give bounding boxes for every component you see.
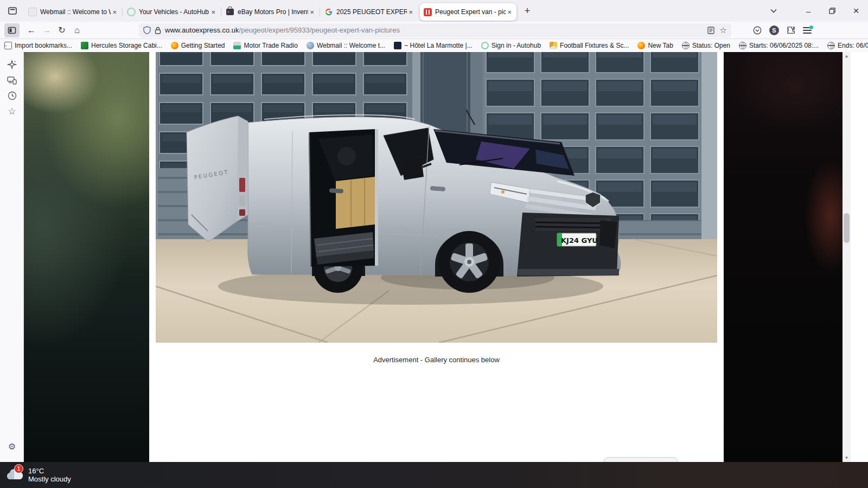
bookmark-item[interactable]: Webmail :: Welcome t...	[307, 42, 385, 49]
tab-close-icon[interactable]: ×	[506, 8, 513, 16]
page-background-right-image	[724, 52, 843, 462]
page-scrollbar[interactable]: ▲ ▼	[843, 52, 851, 462]
site-icon	[481, 42, 489, 49]
weather-widget[interactable]: 1 16°C Mostly cloudy	[5, 467, 108, 483]
bookmark-item[interactable]: Football Fixtures & Sc...	[550, 42, 629, 49]
tab-list-chevron-icon[interactable]	[762, 0, 786, 22]
firefox-icon	[171, 42, 178, 49]
bookmark-item[interactable]: Status: Open	[682, 42, 730, 49]
navigation-toolbar: ← → ↻ ⌂ www.autoexpress.co.uk/peugeot/ex…	[0, 22, 868, 39]
bookmark-item[interactable]: Hercules Storage Cabi...	[81, 42, 162, 49]
site-icon	[81, 42, 88, 49]
globe-icon	[682, 42, 690, 49]
van-gallery-photo[interactable]: KJ24 GYU PEUGEOT	[156, 52, 717, 343]
webmail-favicon	[28, 8, 37, 16]
import-icon	[4, 42, 12, 49]
bookmark-star-icon[interactable]: ☆	[720, 25, 727, 35]
tab-close-icon[interactable]: ×	[407, 8, 414, 16]
weather-badge: 1	[14, 464, 23, 473]
tab-label: Your Vehicles - AutoHub	[139, 8, 209, 16]
app-menu-icon[interactable]	[803, 27, 812, 34]
history-clock-icon[interactable]	[4, 87, 20, 104]
tab-autohub[interactable]: Your Vehicles - AutoHub ×	[124, 3, 220, 21]
tab-webmail[interactable]: Webmail :: Welcome to Webma ×	[25, 3, 122, 21]
pocket-icon[interactable]	[753, 26, 762, 35]
google-favicon	[324, 8, 333, 16]
autohub-favicon	[127, 8, 136, 16]
lock-icon[interactable]	[155, 27, 161, 34]
firefox-icon	[637, 42, 645, 49]
weather-cloud-icon: 1	[5, 468, 24, 481]
tab-autoexpress-active[interactable]: Peugeot Expert van - pictures | ×	[420, 3, 516, 21]
bookmark-item[interactable]: Starts: 06/06/2025 08:...	[739, 42, 819, 49]
tab-strip: Webmail :: Welcome to Webma × Your Vehic…	[0, 0, 868, 22]
scroll-down-arrow[interactable]: ▼	[843, 454, 851, 462]
bookmarks-star-icon[interactable]: ☆	[4, 103, 20, 119]
bookmark-item[interactable]: Import bookmarks...	[4, 42, 72, 49]
scroll-up-arrow[interactable]: ▲	[843, 52, 851, 60]
home-button[interactable]: ⌂	[69, 23, 85, 37]
globe-icon	[739, 42, 746, 49]
tab-label: 2025 PEUGEOT EXPERT DIESEL -	[336, 8, 407, 16]
tab-label: Webmail :: Welcome to Webma	[40, 8, 111, 16]
partially-visible-button[interactable]	[603, 457, 678, 462]
back-button[interactable]: ←	[24, 23, 39, 37]
page-background-left-image	[24, 52, 149, 462]
extensions-puzzle-icon[interactable]	[787, 26, 795, 35]
site-icon	[550, 42, 557, 49]
bookmarks-toolbar: Import bookmarks... Hercules Storage Cab…	[0, 39, 868, 52]
bookmark-item[interactable]: ~ Hôtel La Marmotte |...	[394, 42, 473, 49]
site-icon	[233, 42, 241, 49]
window-controls: – ×	[762, 0, 868, 22]
reload-button[interactable]: ↻	[54, 23, 69, 37]
new-tab-button[interactable]: +	[520, 3, 535, 18]
tab-close-icon[interactable]: ×	[111, 8, 118, 16]
restore-button[interactable]	[820, 0, 844, 22]
bookmark-item[interactable]: Ends: 06/06/2025 15:00	[827, 42, 868, 49]
tab-ebay[interactable]: eBay Motors Pro | Inventory ×	[222, 3, 319, 21]
reader-mode-icon[interactable]	[707, 27, 714, 34]
account-extension-icon[interactable]: S	[769, 25, 779, 35]
browser-sidebar: ☆ ⚙	[0, 52, 24, 462]
tab-close-icon[interactable]: ×	[209, 8, 217, 16]
url-path: /peugeot/expert/95933/peugeot-expert-van…	[239, 26, 400, 34]
tab-close-icon[interactable]: ×	[308, 8, 316, 16]
bookmark-item[interactable]: Sign in - Autohub	[481, 42, 541, 49]
close-window-button[interactable]: ×	[844, 0, 868, 22]
sidebar-toggle-button[interactable]	[4, 23, 20, 37]
windows-taskbar: 1 16°C Mostly cloudy Search	[0, 462, 868, 488]
toolbar-right-buttons: S	[753, 25, 812, 35]
bookmark-item[interactable]: New Tab	[637, 42, 673, 49]
minimize-button[interactable]: –	[796, 0, 820, 22]
globe-icon	[827, 42, 835, 49]
ebay-favicon	[226, 8, 234, 16]
menu-notification-dot	[809, 25, 813, 29]
url-bar[interactable]: www.autoexpress.co.uk/peugeot/expert/959…	[139, 23, 731, 37]
bookmark-item[interactable]: Motor Trade Radio	[233, 42, 297, 49]
ad-gallery-caption: Advertisement - Gallery continues below	[156, 356, 717, 364]
autoexpress-favicon	[423, 8, 432, 16]
sidebar-settings-gear-icon[interactable]: ⚙	[4, 438, 20, 454]
front-wheel	[438, 231, 500, 293]
ai-chat-sparkle-icon[interactable]	[4, 56, 20, 73]
site-icon	[394, 42, 401, 49]
tab-google-search[interactable]: 2025 PEUGEOT EXPERT DIESEL - ×	[321, 3, 418, 21]
plate-text: KJ24 GYU	[561, 236, 598, 245]
tab-label: eBay Motors Pro | Inventory	[238, 8, 308, 16]
firefox-view-button[interactable]	[4, 3, 21, 18]
tracking-shield-icon[interactable]	[143, 26, 151, 34]
synced-tabs-icon[interactable]	[4, 72, 20, 88]
scrollbar-thumb[interactable]	[844, 213, 850, 243]
tab-label: Peugeot Expert van - pictures |	[435, 8, 506, 16]
bookmark-item[interactable]: Getting Started	[171, 42, 225, 49]
page-viewport: KJ24 GYU PEUGEOT Advertisement - Gallery…	[24, 52, 843, 462]
url-host: www.autoexpress.co.uk	[165, 26, 239, 34]
weather-temperature: 16°C	[28, 467, 71, 475]
license-plate: KJ24 GYU	[557, 233, 598, 246]
forward-button[interactable]: →	[39, 23, 54, 37]
site-icon	[307, 42, 314, 49]
weather-condition: Mostly cloudy	[28, 475, 71, 483]
